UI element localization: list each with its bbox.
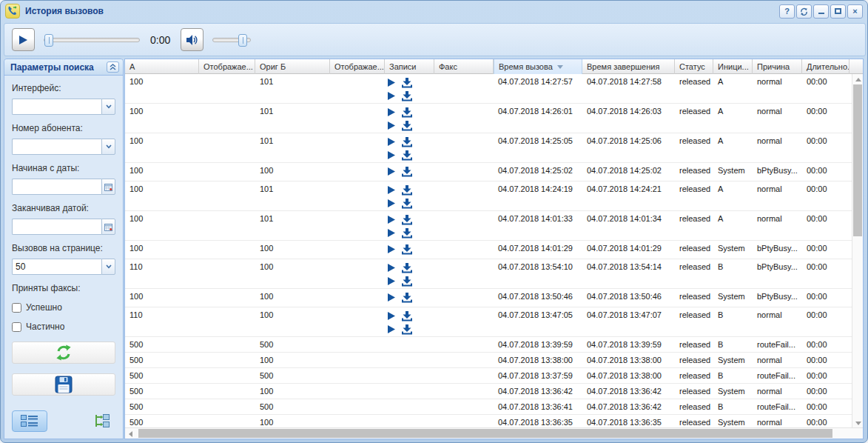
scroll-left-icon[interactable] xyxy=(129,431,132,437)
play-record-icon[interactable] xyxy=(388,138,395,146)
list-view-button[interactable] xyxy=(12,410,47,432)
play-record-icon[interactable] xyxy=(388,186,395,194)
collapse-icon[interactable] xyxy=(107,61,119,73)
table-row[interactable]: 10010004.07.2018 14:25:0204.07.2018 14:2… xyxy=(125,163,852,181)
table-row[interactable]: 10010004.07.2018 13:50:4604.07.2018 13:5… xyxy=(125,289,852,307)
horizontal-scrollbar[interactable] xyxy=(125,427,863,439)
play-button[interactable] xyxy=(12,28,35,51)
fax-success-checkbox[interactable] xyxy=(12,303,21,313)
refresh-icon[interactable] xyxy=(796,4,812,19)
close-icon[interactable]: × xyxy=(847,4,863,19)
column-header-fax[interactable]: Факс xyxy=(434,59,494,74)
cell-time_end: 04.07.2018 13:36:42 xyxy=(582,399,675,414)
end-date-input[interactable] xyxy=(12,219,101,235)
download-record-icon[interactable] xyxy=(402,244,412,255)
table-row[interactable]: 50010004.07.2018 13:36:4204.07.2018 13:3… xyxy=(125,384,852,399)
play-record-icon[interactable] xyxy=(388,293,395,302)
column-header-b[interactable]: Ориг Б xyxy=(255,59,330,74)
download-record-icon[interactable] xyxy=(402,215,412,225)
table-row[interactable]: 11010004.07.2018 13:47:0504.07.2018 13:4… xyxy=(125,307,852,337)
scroll-down-icon[interactable] xyxy=(855,422,861,425)
fax-partial-checkbox[interactable] xyxy=(12,322,21,332)
vertical-scrollbar-thumb[interactable] xyxy=(853,84,862,236)
per-page-dropdown-icon[interactable] xyxy=(101,259,115,275)
table-row[interactable]: 10010004.07.2018 14:01:2904.07.2018 14:0… xyxy=(125,241,852,259)
column-header-reason[interactable]: Причина xyxy=(753,59,802,74)
play-record-icon[interactable] xyxy=(388,312,395,320)
vertical-scrollbar[interactable] xyxy=(852,74,863,429)
interface-input[interactable] xyxy=(12,99,101,115)
play-record-icon[interactable] xyxy=(388,79,395,87)
save-button[interactable] xyxy=(12,373,115,396)
interface-dropdown-icon[interactable] xyxy=(101,99,115,115)
volume-slider[interactable] xyxy=(212,38,251,42)
download-record-icon[interactable] xyxy=(402,137,412,147)
table-row[interactable]: 10010104.07.2018 14:25:0504.07.2018 14:2… xyxy=(125,133,852,163)
progress-slider-thumb[interactable] xyxy=(44,34,53,47)
play-record-icon[interactable] xyxy=(388,108,395,116)
start-date-input[interactable] xyxy=(12,179,101,195)
download-record-icon[interactable] xyxy=(402,167,412,177)
download-record-icon[interactable] xyxy=(402,91,412,101)
table-row[interactable]: 10010104.07.2018 14:24:1904.07.2018 14:2… xyxy=(125,181,852,211)
table-row[interactable]: 50010004.07.2018 13:38:0004.07.2018 13:3… xyxy=(125,353,852,368)
help-icon[interactable]: ? xyxy=(779,4,795,19)
download-record-icon[interactable] xyxy=(402,199,412,209)
horizontal-scrollbar-thumb[interactable] xyxy=(138,429,832,438)
scroll-up-icon[interactable] xyxy=(855,78,861,81)
end-date-calendar-icon[interactable] xyxy=(101,219,115,235)
download-record-icon[interactable] xyxy=(402,311,412,322)
column-header-records[interactable]: Записи xyxy=(385,59,434,74)
per-page-input[interactable] xyxy=(12,259,101,275)
play-record-icon[interactable] xyxy=(388,121,395,130)
table-row[interactable]: 50050004.07.2018 13:37:5904.07.2018 13:3… xyxy=(125,368,852,384)
download-record-icon[interactable] xyxy=(402,324,412,335)
column-header-a[interactable]: А xyxy=(125,59,199,74)
table-row[interactable]: 10010104.07.2018 14:27:5704.07.2018 14:2… xyxy=(125,74,852,104)
play-record-icon[interactable] xyxy=(388,92,395,100)
column-header-duration[interactable]: Длительно... xyxy=(802,59,850,74)
table-row[interactable]: 11010004.07.2018 13:54:1004.07.2018 13:5… xyxy=(125,259,852,289)
play-record-icon[interactable] xyxy=(388,325,395,333)
column-header-time_start[interactable]: Время вызова xyxy=(494,59,582,74)
download-record-icon[interactable] xyxy=(402,228,412,239)
download-record-icon[interactable] xyxy=(402,293,412,303)
subscriber-input[interactable] xyxy=(12,139,101,155)
play-record-icon[interactable] xyxy=(388,277,395,285)
refresh-search-button[interactable] xyxy=(12,342,115,364)
download-record-icon[interactable] xyxy=(402,276,412,287)
subscriber-dropdown-icon[interactable] xyxy=(101,139,115,155)
play-record-icon[interactable] xyxy=(388,199,395,207)
play-record-icon[interactable] xyxy=(388,245,395,253)
column-header-time_end[interactable]: Время завершения xyxy=(582,59,675,74)
play-record-icon[interactable] xyxy=(388,264,395,272)
download-record-icon[interactable] xyxy=(402,107,412,118)
maximize-icon[interactable] xyxy=(830,4,846,19)
play-record-icon[interactable] xyxy=(388,151,395,159)
minimize-icon[interactable] xyxy=(813,4,829,19)
cell-records xyxy=(385,353,434,367)
column-header-a_disp[interactable]: Отображае... xyxy=(199,59,255,74)
download-record-icon[interactable] xyxy=(402,185,412,196)
play-record-icon[interactable] xyxy=(388,167,395,176)
table-row[interactable]: 10010104.07.2018 14:01:3304.07.2018 14:0… xyxy=(125,211,852,241)
volume-slider-thumb[interactable] xyxy=(238,34,247,47)
download-record-icon[interactable] xyxy=(402,121,412,131)
column-header-status[interactable]: Статус xyxy=(675,59,713,74)
download-record-icon[interactable] xyxy=(402,263,412,273)
table-row[interactable]: 10010104.07.2018 14:26:0104.07.2018 14:2… xyxy=(125,104,852,133)
tree-view-button[interactable] xyxy=(90,410,112,432)
table-row[interactable]: 50050004.07.2018 13:39:5904.07.2018 13:3… xyxy=(125,337,852,353)
column-header-initiator[interactable]: Иници... xyxy=(713,59,753,74)
progress-slider[interactable] xyxy=(44,38,140,42)
play-record-icon[interactable] xyxy=(388,229,395,237)
download-record-icon[interactable] xyxy=(402,78,412,88)
start-date-calendar-icon[interactable] xyxy=(101,179,115,195)
play-record-icon[interactable] xyxy=(388,216,395,224)
cell-b: 101 xyxy=(255,104,330,133)
volume-button[interactable] xyxy=(181,28,203,51)
title-bar[interactable]: История вызовов ? × xyxy=(1,1,867,21)
column-header-b_disp[interactable]: Отображае... xyxy=(330,59,385,74)
table-row[interactable]: 50050004.07.2018 13:36:4104.07.2018 13:3… xyxy=(125,399,852,415)
download-record-icon[interactable] xyxy=(402,150,412,161)
